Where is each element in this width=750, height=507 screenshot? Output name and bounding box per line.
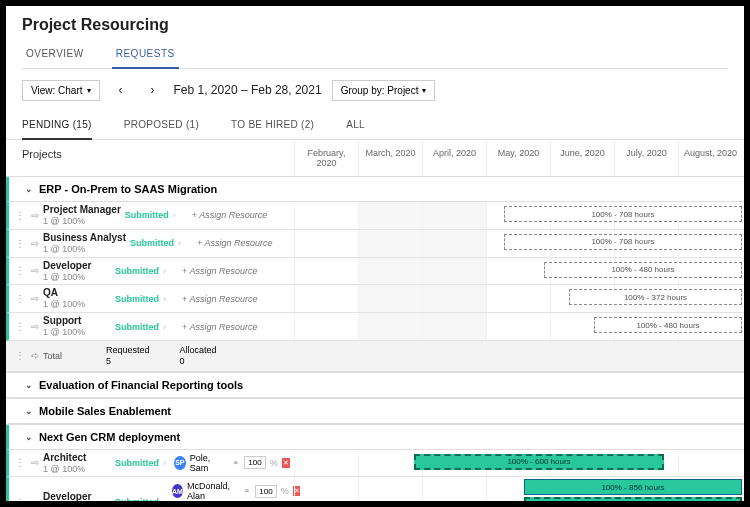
page-title: Project Resourcing <box>22 16 728 34</box>
role-row: ⋮ ⇨ Project Manager1 @ 100% Submitted › … <box>6 202 744 230</box>
subtab-proposed[interactable]: PROPOSED (1) <box>124 111 199 139</box>
role-row: ⋮ ⇨ Support1 @ 100% Submitted › + Assign… <box>6 313 744 341</box>
chevron-down-icon: ▾ <box>87 86 91 95</box>
arrow-icon: ⇨ <box>31 321 39 332</box>
status-badge: Submitted <box>115 497 157 501</box>
allocation-bar[interactable]: 100% - 480 hours <box>544 262 742 278</box>
allocation-bar[interactable]: 100% - 708 hours <box>504 234 742 250</box>
arrow-icon: ⇨ <box>31 238 39 249</box>
role-row: ⋮ ⇨ Developer1 @ 100% Submitted › + Assi… <box>6 258 744 286</box>
chevron-right-icon: › <box>173 210 176 220</box>
project-group-mobile[interactable]: ⌄Mobile Sales Enablement <box>6 399 744 424</box>
drag-handle-icon[interactable]: ⋮ <box>13 210 27 221</box>
arrow-icon: ⇨ <box>31 210 39 221</box>
month-header: March, 2020 <box>358 140 422 176</box>
arrow-icon: ⇨ <box>31 265 39 276</box>
link-icon[interactable]: ⚭ <box>232 458 240 468</box>
status-badge: Submitted <box>125 210 169 220</box>
role-row: ⋮ ⇨ Architect1 @ 100% Submitted › SPPole… <box>6 450 744 478</box>
month-header: April, 2020 <box>422 140 486 176</box>
arrow-icon: ⇨ <box>31 293 39 304</box>
group-by-selector[interactable]: Group by: Project ▾ <box>332 80 436 101</box>
status-badge: Submitted <box>130 238 174 248</box>
chevron-down-icon: ⌄ <box>25 432 33 442</box>
link-icon[interactable]: ⚭ <box>243 486 251 496</box>
drag-handle-icon[interactable]: ⋮ <box>13 457 27 468</box>
role-row: ⋮ ⇨ Business Analyst1 @ 100% Submitted ›… <box>6 230 744 258</box>
subtab-pending[interactable]: PENDING (15) <box>22 111 92 140</box>
drag-handle-icon[interactable]: ⋮ <box>13 321 27 332</box>
drag-handle-icon[interactable]: ⋮ <box>13 293 27 304</box>
drag-handle-icon[interactable]: ⋮ <box>13 350 27 361</box>
projects-column-header: Projects <box>6 140 294 176</box>
pct-input[interactable]: 100 <box>255 485 276 498</box>
role-row: ⋮ ⇨ QA1 @ 100% Submitted › + Assign Reso… <box>6 285 744 313</box>
prev-period-button[interactable]: ‹ <box>110 79 132 101</box>
assign-resource-button[interactable]: + Assign Resource <box>170 294 290 304</box>
chevron-right-icon: › <box>163 294 166 304</box>
expand-icon[interactable]: ➪ <box>31 350 39 361</box>
chevron-right-icon: › <box>178 238 181 248</box>
date-range: Feb 1, 2020 – Feb 28, 2021 <box>174 83 322 97</box>
month-header: May, 2020 <box>486 140 550 176</box>
delete-icon[interactable]: ✕ <box>282 458 290 468</box>
tab-overview[interactable]: OVERVIEW <box>22 42 88 68</box>
drag-handle-icon[interactable]: ⋮ <box>13 265 27 276</box>
chevron-down-icon: ⌄ <box>25 406 33 416</box>
chevron-down-icon: ▾ <box>422 86 426 95</box>
assign-resource-button[interactable]: + Assign Resource <box>180 210 290 220</box>
allocation-bar[interactable]: 100% - 856 hours <box>524 479 742 495</box>
assign-resource-button[interactable]: + Assign Resource <box>170 266 290 276</box>
subtab-tobehired[interactable]: TO BE HIRED (2) <box>231 111 314 139</box>
chevron-down-icon: ⌄ <box>25 184 33 194</box>
next-period-button[interactable]: › <box>142 79 164 101</box>
avatar: AM <box>172 484 183 498</box>
view-selector[interactable]: View: Chart ▾ <box>22 80 100 101</box>
allocation-bar[interactable]: 100% - 372 hours <box>569 289 742 305</box>
assign-resource-button[interactable]: + Assign Resource <box>170 322 290 332</box>
status-badge: Submitted <box>115 322 159 332</box>
pct-input[interactable]: 100 <box>244 456 265 469</box>
chevron-right-icon: › <box>163 322 166 332</box>
project-group-erp[interactable]: ⌄ERP - On-Prem to SAAS Migration <box>6 177 744 202</box>
month-header: July, 2020 <box>614 140 678 176</box>
allocation-bar[interactable]: 100% - 708 hours <box>504 206 742 222</box>
tab-requests[interactable]: REQUESTS <box>112 42 179 69</box>
month-header: August, 2020 <box>678 140 742 176</box>
arrow-icon: ⇨ <box>31 497 39 501</box>
chevron-down-icon: ⌄ <box>25 380 33 390</box>
arrow-icon: ⇨ <box>31 457 39 468</box>
status-badge: Submitted <box>115 266 159 276</box>
month-header: February, 2020 <box>294 140 358 176</box>
allocation-bar[interactable]: 100% - 600 hours <box>414 454 664 470</box>
status-badge: Submitted <box>115 458 159 468</box>
drag-handle-icon[interactable]: ⋮ <box>13 238 27 249</box>
drag-handle-icon[interactable]: ⋮ <box>13 497 27 501</box>
project-group-eval[interactable]: ⌄Evaluation of Financial Reporting tools <box>6 373 744 398</box>
role-row: ⋮ ⇨ Developer2 @ 100% Submitted › AMMcDo… <box>6 477 744 501</box>
project-group-nextgen[interactable]: ⌄Next Gen CRM deployment <box>6 425 744 450</box>
allocation-bar[interactable]: 100% - 856 hours <box>524 497 742 501</box>
month-header: June, 2020 <box>550 140 614 176</box>
chevron-right-icon: › <box>163 266 166 276</box>
subtab-all[interactable]: ALL <box>346 111 365 139</box>
status-badge: Submitted <box>115 294 159 304</box>
assign-resource-button[interactable]: + Assign Resource <box>185 238 290 248</box>
allocation-bar[interactable]: 100% - 480 hours <box>594 317 742 333</box>
avatar: SP <box>174 456 186 470</box>
totals-row: ⋮ ➪ Total Requested5 Allocated0 <box>6 341 744 372</box>
